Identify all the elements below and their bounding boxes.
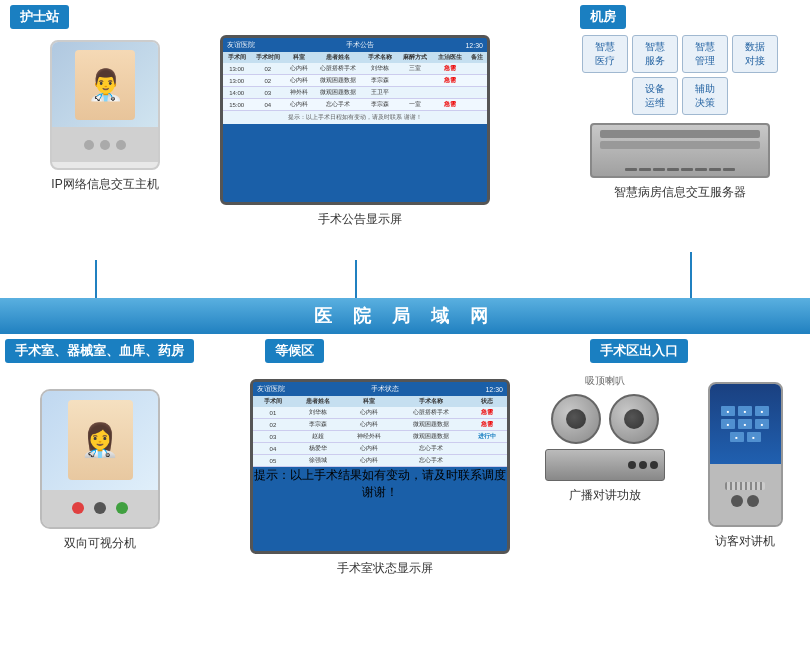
chip-data-connect: 数据对接 <box>732 35 778 73</box>
status-screen-caption: 手术室状态显示屏 <box>250 560 520 577</box>
ip-btn-2[interactable] <box>100 140 110 150</box>
col-surgery: 手术名称 <box>362 52 397 63</box>
vd-block-1: ■ <box>721 406 735 416</box>
server-box <box>590 123 770 178</box>
network-label: 医 院 局 域 网 <box>314 304 496 328</box>
video-phone-screen: 👩‍⚕️ <box>42 391 158 490</box>
chip-smart-medical: 智慧医疗 <box>582 35 628 73</box>
vbtn-red[interactable] <box>72 502 84 514</box>
col-patient: 患者姓名 <box>313 52 363 63</box>
ip-btn-3[interactable] <box>116 140 126 150</box>
exit-label: 手术区出入口 <box>590 339 688 363</box>
ss-col-room: 手术间 <box>253 396 293 407</box>
visitor-intercom-caption: 访客对讲机 <box>690 533 800 550</box>
vd-block-2: ■ <box>738 406 752 416</box>
ip-device: 👨‍⚕️ IP网络信息交互主机 <box>40 40 170 193</box>
col-note: 备注 <box>467 52 487 63</box>
speaker-2 <box>609 394 659 444</box>
speaker-label: 吸顶喇叭 <box>540 374 670 388</box>
surgery-table: 手术间 手术时间 科室 患者姓名 手术名称 麻醉方式 主治医生 备注 13:00 <box>223 52 487 111</box>
network-bar: 医 院 局 域 网 <box>0 298 810 334</box>
vd-row-2: ■ ■ ■ <box>721 419 769 429</box>
visitor-speaker-grille <box>725 482 765 490</box>
amplifier-device <box>545 449 665 481</box>
status-title: 手术状态 <box>371 384 399 394</box>
ss-col-dept: 科室 <box>344 396 395 407</box>
visitor-device-bottom <box>710 464 781 525</box>
ip-device-image: 👨‍⚕️ <box>50 40 160 170</box>
server-rack-lines <box>592 168 768 171</box>
ip-btn-1[interactable] <box>84 140 94 150</box>
ip-bottom-bar <box>52 127 158 162</box>
ss-col-status: 状态 <box>467 396 507 407</box>
speaker-1 <box>551 394 601 444</box>
vd-block-7: ■ <box>730 432 744 442</box>
machine-room-label: 机房 <box>580 5 626 29</box>
ip-screen: 👨‍⚕️ <box>52 42 158 127</box>
server-chips: 智慧医疗 智慧服务 智慧管理 数据对接 设备运维 辅助决策 <box>570 35 790 115</box>
status-footer: 提示：以上手术结果如有变动，请及时联系调度 谢谢！ <box>253 467 507 501</box>
table-row: 04杨爱华心内科忘心手术 <box>253 443 507 455</box>
connector-top-left <box>95 260 97 298</box>
vd-btn-2[interactable] <box>747 495 759 507</box>
status-screen-wrap: 友谊医院 手术状态 12:30 手术间 患者姓名 科室 手术名称 状态 <box>250 379 520 577</box>
vd-btn-1[interactable] <box>731 495 743 507</box>
surgery-footer: 提示：以上手术日程如有变动，请及时联系 谢谢！ <box>223 111 487 124</box>
table-row: 03赵超神经外科微观困题数据进行中 <box>253 431 507 443</box>
visitor-screen: ■ ■ ■ ■ ■ ■ ■ ■ <box>710 384 781 464</box>
status-time: 12:30 <box>485 386 503 393</box>
vd-block-8: ■ <box>747 432 761 442</box>
vd-row-1: ■ ■ ■ <box>721 406 769 416</box>
bottom-section: 手术室、器械室、血库、药房 等候区 手术区出入口 👩‍⚕️ 双向可视分机 友谊医… <box>0 334 810 660</box>
col-room: 手术间 <box>223 52 250 63</box>
surgery-time: 12:30 <box>465 42 483 49</box>
waiting-label: 等候区 <box>265 339 324 363</box>
visitor-buttons <box>731 495 759 507</box>
table-row: 01刘华栋心内科心脏搭桥手术急需 <box>253 407 507 419</box>
status-screen: 友谊医院 手术状态 12:30 手术间 患者姓名 科室 手术名称 状态 <box>250 379 510 554</box>
chip-smart-service: 智慧服务 <box>632 35 678 73</box>
vd-block-4: ■ <box>721 419 735 429</box>
chip-device-ops: 设备运维 <box>632 77 678 115</box>
vbtn-green[interactable] <box>116 502 128 514</box>
speaker-inner-1 <box>566 409 586 429</box>
operating-label: 手术室、器械室、血库、药房 <box>5 339 194 363</box>
amp-knob-3[interactable] <box>650 461 658 469</box>
vd-block-3: ■ <box>755 406 769 416</box>
speakers-row <box>540 394 670 444</box>
server-caption: 智慧病房信息交互服务器 <box>570 184 790 201</box>
nurse-station-label: 护士站 <box>10 5 69 29</box>
amplifier-caption: 广播对讲功放 <box>540 487 670 504</box>
speaker-wrap: 吸顶喇叭 广播对讲功放 <box>540 374 670 504</box>
ss-col-surgery: 手术名称 <box>395 396 468 407</box>
video-phone-image: 👩‍⚕️ <box>40 389 160 529</box>
video-phone-bottom <box>42 490 158 527</box>
video-phone-caption: 双向可视分机 <box>30 535 170 552</box>
col-time: 手术时间 <box>250 52 285 63</box>
surgery-hospital: 友谊医院 <box>227 40 255 50</box>
table-row: 13:0002心内科微观困题数据李宗森急需 <box>223 75 487 87</box>
status-screen-header: 友谊医院 手术状态 12:30 <box>253 382 507 396</box>
visitor-wrap: ■ ■ ■ ■ ■ ■ ■ ■ <box>690 382 800 550</box>
surgery-screen-header: 友谊医院 手术公告 12:30 <box>223 38 487 52</box>
status-table: 手术间 患者姓名 科室 手术名称 状态 01刘华栋心内科心脏搭桥手术急需 02李… <box>253 396 507 467</box>
surgery-screen: 友谊医院 手术公告 12:30 手术间 手术时间 科室 患者姓名 手术名称 麻醉… <box>220 35 490 205</box>
amp-knob-2[interactable] <box>639 461 647 469</box>
amp-knob-1[interactable] <box>628 461 636 469</box>
video-phone: 👩‍⚕️ 双向可视分机 <box>30 389 170 552</box>
speaker-inner-2 <box>624 409 644 429</box>
surgery-title: 手术公告 <box>346 40 374 50</box>
vbtn-dark[interactable] <box>94 502 106 514</box>
status-hospital: 友谊医院 <box>257 384 285 394</box>
table-row: 15:0004心内科忘心手术李宗森一室急需 <box>223 99 487 111</box>
visitor-device: ■ ■ ■ ■ ■ ■ ■ ■ <box>708 382 783 527</box>
vd-row-3: ■ ■ <box>730 432 761 442</box>
vd-block-6: ■ <box>755 419 769 429</box>
chip-assist: 辅助决策 <box>682 77 728 115</box>
nurse-face-icon: 👩‍⚕️ <box>68 400 133 480</box>
table-row: 05徐强城心内科忘心手术 <box>253 455 507 467</box>
col-dept: 科室 <box>285 52 312 63</box>
top-section: 护士站 机房 👨‍⚕️ IP网络信息交互主机 友谊医院 手术公告 12:30 <box>0 0 810 300</box>
connector-top-center <box>355 260 357 298</box>
ip-device-caption: IP网络信息交互主机 <box>40 176 170 193</box>
